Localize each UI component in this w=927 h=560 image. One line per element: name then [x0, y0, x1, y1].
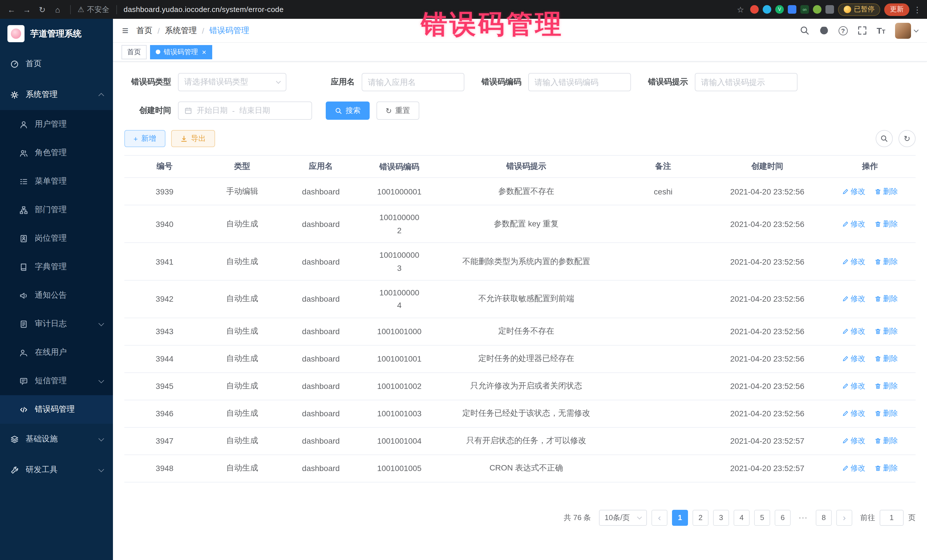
edit-link[interactable]: 修改: [842, 326, 865, 337]
prev-page-button[interactable]: ‹: [652, 510, 667, 525]
page-button-1[interactable]: 1: [672, 510, 688, 525]
page-button-3[interactable]: 3: [713, 510, 729, 525]
edit-link[interactable]: 修改: [842, 463, 865, 473]
refresh-table-button[interactable]: ↻: [898, 130, 916, 147]
error-hint-input[interactable]: [701, 77, 791, 87]
sidebar-item-label: 系统管理: [26, 90, 58, 100]
tab-error-codes[interactable]: 错误码管理 ×: [150, 45, 212, 59]
delete-link[interactable]: 删除: [874, 326, 898, 337]
app-name-input[interactable]: [368, 77, 458, 87]
edit-link[interactable]: 修改: [842, 219, 865, 229]
fullscreen-icon[interactable]: [857, 26, 867, 35]
delete-link[interactable]: 删除: [874, 381, 898, 391]
table-toolbar: + 新增 导出 ↻: [125, 130, 916, 147]
help-icon[interactable]: ?: [838, 26, 847, 35]
sidebar-item-home[interactable]: 首页: [0, 49, 113, 79]
search-icon[interactable]: [799, 26, 809, 35]
edit-link[interactable]: 修改: [842, 187, 865, 197]
user-avatar-dropdown[interactable]: [895, 23, 918, 38]
toggle-search-button[interactable]: [876, 130, 893, 147]
cell-message: 不允许获取敏感配置到前端: [436, 288, 616, 310]
app-logo[interactable]: 芋道管理系统: [0, 19, 113, 49]
chrome-update-button[interactable]: 更新: [884, 3, 909, 16]
error-code-input[interactable]: [535, 77, 625, 87]
edit-link[interactable]: 修改: [842, 256, 865, 267]
more-pages-button[interactable]: ···: [795, 510, 811, 525]
browser-reload-icon[interactable]: ↻: [36, 5, 48, 14]
delete-link[interactable]: 删除: [874, 354, 898, 364]
date-range-picker[interactable]: 开始日期 - 结束日期: [178, 102, 312, 120]
sidebar-item-error-codes[interactable]: 错误码管理: [0, 395, 113, 424]
browser-back-icon[interactable]: ←: [6, 5, 17, 14]
sidebar-item-system[interactable]: 系统管理: [0, 79, 113, 110]
sidebar-item-infrastructure[interactable]: 基础设施: [0, 424, 113, 454]
browser-home-icon[interactable]: ⌂: [52, 5, 63, 14]
delete-link[interactable]: 删除: [874, 294, 898, 304]
export-button[interactable]: 导出: [171, 130, 215, 147]
edit-link[interactable]: 修改: [842, 381, 865, 391]
sync-paused-label: 已暂停: [854, 5, 874, 14]
profile-sync-paused-button[interactable]: 已暂停: [838, 3, 880, 16]
reset-button[interactable]: ↻ 重置: [377, 102, 419, 120]
error-code-table: 编号 类型 应用名 错误码编码 错误码提示 备注 创建时间 操作 3939 手动…: [125, 155, 916, 482]
sidebar-item-positions[interactable]: 岗位管理: [0, 224, 113, 253]
extensions-puzzle-icon[interactable]: [825, 5, 834, 14]
add-button[interactable]: + 新增: [125, 130, 165, 147]
extension-icon[interactable]: V: [775, 5, 784, 14]
sidebar-item-sms[interactable]: 短信管理: [0, 367, 113, 395]
sidebar-item-dictionary[interactable]: 字典管理: [0, 253, 113, 281]
page-button-4[interactable]: 4: [734, 510, 749, 525]
sidebar-item-roles[interactable]: 角色管理: [0, 138, 113, 167]
delete-link[interactable]: 删除: [874, 463, 898, 473]
sidebar-item-online-users[interactable]: 在线用户: [0, 338, 113, 367]
extension-icon[interactable]: [813, 5, 821, 14]
edit-link[interactable]: 修改: [842, 436, 865, 446]
browser-menu-icon[interactable]: ⋮: [913, 5, 921, 14]
github-icon[interactable]: [819, 26, 828, 35]
sidebar-item-label: 用户管理: [35, 119, 67, 129]
tab-home[interactable]: 首页: [122, 45, 147, 59]
page-size-select[interactable]: 10条/页: [599, 510, 647, 525]
goto-page-input[interactable]: [880, 510, 904, 525]
security-indicator[interactable]: ⚠ 不安全: [78, 4, 109, 15]
delete-link[interactable]: 删除: [874, 187, 898, 197]
next-page-button[interactable]: ›: [836, 510, 852, 525]
extension-icon[interactable]: [750, 5, 759, 14]
sidebar-item-users[interactable]: 用户管理: [0, 110, 113, 138]
edit-link[interactable]: 修改: [842, 354, 865, 364]
extension-icon[interactable]: [788, 5, 796, 14]
page-button-6[interactable]: 6: [775, 510, 791, 525]
sidebar-item-menus[interactable]: 菜单管理: [0, 167, 113, 196]
extension-icon[interactable]: on: [800, 5, 809, 14]
extension-icon[interactable]: [763, 5, 771, 14]
bookmark-star-icon[interactable]: ☆: [735, 5, 746, 14]
chevron-down-icon: [276, 79, 281, 84]
delete-link[interactable]: 删除: [874, 408, 898, 419]
search-button[interactable]: 搜索: [326, 102, 370, 120]
breadcrumb-home[interactable]: 首页: [136, 25, 152, 36]
cell-created: 2021-04-20 23:52:56: [710, 348, 824, 369]
sidebar-item-label: 审计日志: [35, 319, 67, 329]
profile-avatar: [844, 6, 851, 13]
sidebar-item-audit-log[interactable]: 审计日志: [0, 310, 113, 338]
delete-link[interactable]: 删除: [874, 436, 898, 446]
sidebar-collapse-icon[interactable]: ≡: [122, 25, 128, 36]
sidebar-item-notices[interactable]: 通知公告: [0, 281, 113, 310]
app-root: ← → ↻ ⌂ ⚠ 不安全 dashboard.yudao.iocoder.cn…: [0, 0, 927, 560]
edit-link[interactable]: 修改: [842, 294, 865, 304]
delete-link[interactable]: 删除: [874, 256, 898, 267]
delete-link[interactable]: 删除: [874, 219, 898, 229]
sidebar-item-departments[interactable]: 部门管理: [0, 196, 113, 224]
close-icon[interactable]: ×: [202, 48, 206, 56]
page-button-8[interactable]: 8: [816, 510, 832, 525]
breadcrumb-system[interactable]: 系统管理: [165, 25, 197, 36]
edit-link[interactable]: 修改: [842, 408, 865, 419]
page-button-5[interactable]: 5: [754, 510, 770, 525]
error-type-select[interactable]: 请选择错误码类型: [178, 73, 286, 91]
page-button-2[interactable]: 2: [693, 510, 708, 525]
address-bar[interactable]: dashboard.yudao.iocoder.cn/system/error-…: [123, 5, 284, 14]
browser-forward-icon[interactable]: →: [21, 5, 32, 14]
layers-icon: [10, 434, 19, 444]
sidebar-item-devtools[interactable]: 研发工具: [0, 454, 113, 485]
font-size-icon[interactable]: TT: [877, 26, 885, 35]
